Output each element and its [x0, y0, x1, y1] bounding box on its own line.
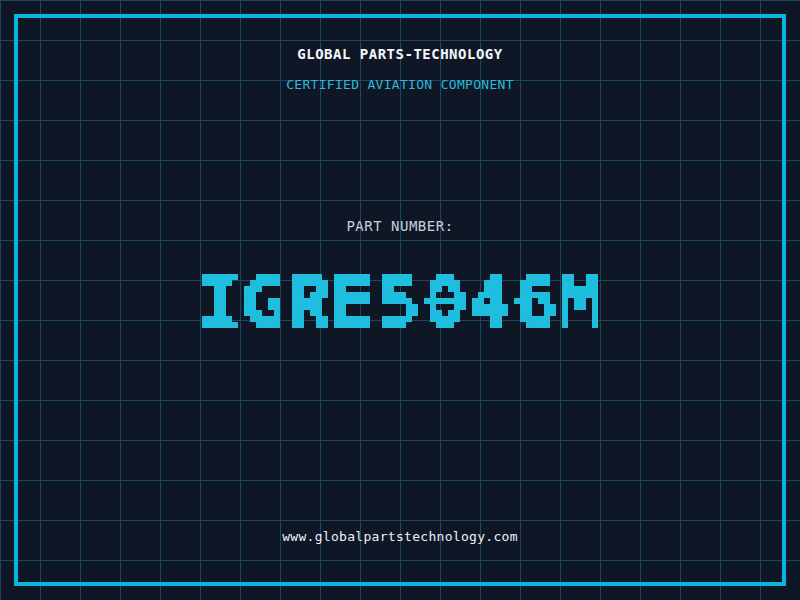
part-number-display	[190, 244, 610, 352]
part-label-card: GLOBAL PARTS-TECHNOLOGY CERTIFIED AVIATI…	[0, 0, 800, 600]
company-name: GLOBAL PARTS-TECHNOLOGY	[0, 46, 800, 62]
website-url: www.globalpartstechnology.com	[0, 529, 800, 544]
certification-tagline: CERTIFIED AVIATION COMPONENT	[0, 77, 800, 92]
part-number-label: PART NUMBER:	[0, 218, 800, 234]
